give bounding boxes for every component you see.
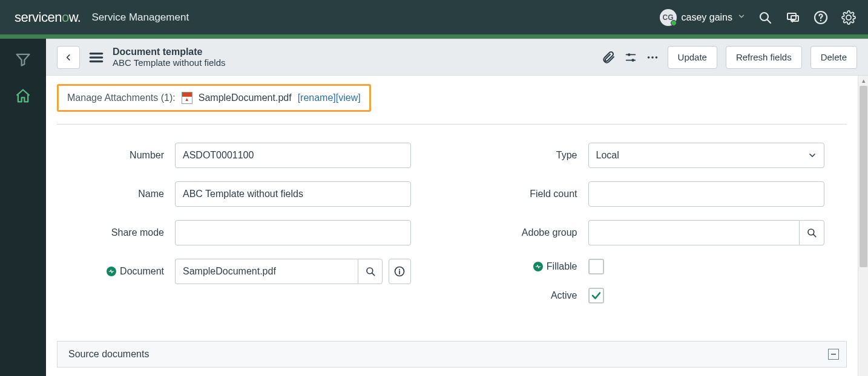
document-info-button[interactable]: [389, 259, 411, 284]
name-field[interactable]: [175, 181, 411, 207]
record-type: Document template: [113, 47, 225, 57]
user-name: casey gains: [682, 12, 733, 23]
active-label: Active: [470, 290, 588, 301]
update-button[interactable]: Update: [668, 46, 717, 69]
collapse-button[interactable]: [828, 349, 839, 360]
user-menu[interactable]: CG casey gains: [660, 9, 746, 26]
avatar: CG: [660, 9, 677, 26]
section-title: Source documents: [68, 349, 149, 360]
document-label: Document: [57, 266, 175, 277]
adobe-group-field[interactable]: [588, 220, 800, 245]
field-count-label: Field count: [470, 189, 588, 199]
adobe-group-lookup-button[interactable]: [799, 220, 824, 245]
number-label: Number: [57, 150, 175, 161]
attachment-file-name[interactable]: SampleDocument.pdf: [199, 92, 292, 103]
adobe-group-label: Adobe group: [470, 227, 588, 238]
form: Number Name Share mode: [57, 137, 847, 341]
share-mode-field[interactable]: [175, 220, 411, 245]
number-field[interactable]: [175, 143, 411, 168]
toolbar: Document template ABC Template without f…: [46, 39, 868, 76]
source-documents-section: Source documents: [57, 341, 847, 368]
type-label: Type: [470, 150, 588, 161]
home-icon[interactable]: [15, 88, 31, 106]
help-icon[interactable]: [814, 10, 828, 25]
divider: [57, 124, 847, 125]
record-name: ABC Template without fields: [113, 57, 225, 68]
chevron-down-icon: [737, 12, 746, 22]
field-count-field[interactable]: [588, 181, 824, 207]
delete-button[interactable]: Delete: [810, 46, 857, 69]
menu-icon[interactable]: [88, 50, 104, 65]
required-icon: [533, 262, 543, 271]
header-bar: servicenow. Service Management CG casey …: [0, 0, 868, 34]
view-link[interactable]: [view]: [336, 92, 361, 103]
logo: servicenow.: [15, 10, 81, 25]
rename-link[interactable]: [rename]: [298, 92, 336, 103]
refresh-fields-button[interactable]: Refresh fields: [726, 46, 802, 69]
back-button[interactable]: [57, 46, 80, 69]
chat-icon[interactable]: [786, 10, 800, 25]
gear-icon[interactable]: [841, 10, 856, 25]
required-icon: [107, 267, 116, 276]
more-icon[interactable]: [646, 51, 659, 64]
fillable-label: Fillable: [470, 261, 588, 272]
share-mode-label: Share mode: [57, 227, 175, 238]
accent-strip: [0, 34, 868, 39]
active-checkbox[interactable]: [588, 288, 604, 303]
title-block: Document template ABC Template without f…: [113, 47, 225, 68]
side-rail: [0, 39, 46, 376]
app-title: Service Management: [91, 11, 189, 24]
name-label: Name: [57, 189, 175, 199]
type-select[interactable]: [588, 143, 824, 168]
fillable-checkbox[interactable]: [588, 259, 604, 274]
pdf-icon: [182, 92, 192, 104]
attachment-label: Manage Attachments (1):: [67, 92, 176, 103]
document-lookup-button[interactable]: [358, 259, 382, 284]
sliders-icon[interactable]: [624, 51, 637, 64]
scrollbar[interactable]: [858, 76, 868, 376]
manage-attachments-bar: Manage Attachments (1): SampleDocument.p…: [57, 84, 371, 112]
document-field[interactable]: [175, 259, 358, 284]
filter-icon[interactable]: [15, 51, 31, 70]
search-icon[interactable]: [758, 10, 772, 25]
attachment-icon[interactable]: [601, 50, 616, 65]
